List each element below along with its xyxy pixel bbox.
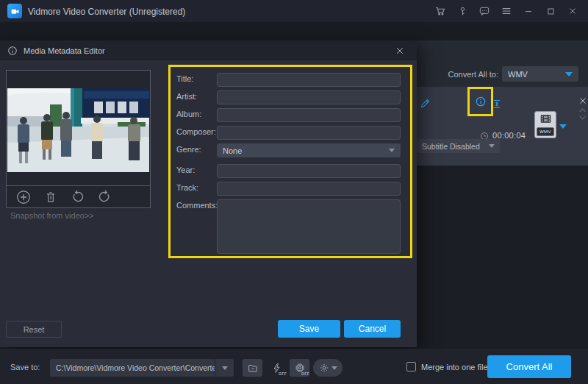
convert-all-to-label: Convert All to:: [412, 70, 498, 79]
window-title: Vidmore Video Converter (Unregistered): [28, 7, 185, 17]
cancel-button[interactable]: Cancel: [344, 320, 401, 338]
artist-input[interactable]: [217, 90, 401, 104]
snapshot-panel: [6, 70, 151, 208]
main-nav: [0, 22, 588, 40]
titlebar-buttons: [429, 0, 584, 22]
track-label: Track:: [176, 183, 216, 192]
badge-format-label: WMV: [537, 127, 554, 136]
undo-icon[interactable]: [70, 189, 85, 205]
feedback-icon[interactable]: [473, 0, 495, 22]
year-label: Year:: [176, 166, 216, 174]
remove-file-icon[interactable]: [578, 96, 587, 105]
maximize-icon[interactable]: [539, 0, 562, 22]
off-label: OFF: [279, 371, 287, 376]
convert-all-button[interactable]: Convert All: [487, 355, 571, 378]
merge-label: Merge into one file: [421, 363, 488, 371]
save-path-value: C:\Vidmore\Vidmore Video Converter\Conve…: [50, 363, 215, 372]
gear-icon: [319, 363, 329, 373]
genre-dropdown[interactable]: None: [217, 143, 401, 157]
dialog-header: Media Metadata Editor: [0, 40, 417, 60]
save-button[interactable]: Save: [278, 320, 340, 338]
output-format-value: WMV: [508, 70, 528, 79]
output-format-dropdown[interactable]: WMV: [502, 66, 578, 82]
filmstrip-icon: [540, 114, 551, 124]
edit-pencil-icon[interactable]: [420, 98, 431, 109]
media-metadata-editor-dialog: Media Metadata Editor: [0, 40, 417, 347]
format-badge-arrow-icon[interactable]: [559, 124, 567, 129]
composer-input[interactable]: [217, 126, 401, 140]
chevron-down-icon: [489, 144, 495, 148]
composer-label: Composer:: [176, 127, 216, 136]
dialog-close-icon[interactable]: [394, 45, 406, 57]
artist-label: Artist:: [176, 92, 216, 101]
save-to-label: Save to:: [10, 363, 40, 371]
path-dropdown-arrow[interactable]: [215, 359, 234, 377]
file-list-empty-area: [417, 166, 588, 349]
key-icon[interactable]: [451, 0, 473, 22]
off-label: OFF: [301, 371, 309, 376]
output-format-badge[interactable]: WMV: [534, 111, 556, 138]
titlebar: Vidmore Video Converter (Unregistered): [0, 0, 588, 22]
cart-icon[interactable]: [429, 0, 451, 22]
delete-icon[interactable]: [43, 190, 58, 205]
close-icon[interactable]: [562, 0, 584, 22]
genre-value: None: [223, 146, 242, 155]
save-path-dropdown[interactable]: C:\Vidmore\Vidmore Video Converter\Conve…: [50, 359, 234, 377]
title-label: Title:: [176, 74, 216, 83]
comments-textarea[interactable]: [217, 199, 401, 254]
add-icon[interactable]: [15, 189, 32, 205]
dialog-title: Media Metadata Editor: [24, 46, 105, 55]
subtitle-value: Subtitle Disabled: [422, 142, 480, 151]
subtitle-dropdown[interactable]: Subtitle Disabled: [417, 139, 500, 153]
info-icon[interactable]: [475, 96, 487, 107]
comments-label: Comments:: [176, 201, 216, 210]
album-input[interactable]: [217, 108, 401, 122]
open-folder-button[interactable]: [243, 359, 262, 377]
app-window: Vidmore Video Converter (Unregistered): [0, 0, 588, 384]
redo-icon[interactable]: [97, 189, 112, 205]
snapshot-toolbar: [7, 185, 150, 207]
album-label: Album:: [176, 110, 216, 118]
snapshot-from-video-link[interactable]: Snapshot from video>>: [10, 211, 94, 220]
minimize-icon[interactable]: [517, 0, 539, 22]
dialog-info-icon: [7, 46, 18, 56]
chevron-down-icon: [565, 72, 573, 77]
genre-label: Genre:: [176, 145, 216, 154]
settings-button[interactable]: [313, 359, 343, 377]
year-input[interactable]: [217, 164, 401, 178]
chevron-down-icon[interactable]: [578, 115, 587, 121]
track-input[interactable]: [217, 182, 401, 196]
chevron-down-icon: [389, 149, 395, 152]
reset-button[interactable]: Reset: [6, 321, 62, 338]
menu-icon[interactable]: [495, 0, 517, 22]
folder-icon: [247, 363, 259, 374]
info-highlight-box: [467, 87, 493, 116]
app-logo-icon: [7, 4, 22, 18]
merge-checkbox[interactable]: [406, 362, 416, 371]
title-input[interactable]: [217, 73, 401, 87]
chevron-down-icon: [331, 366, 337, 370]
hardware-accel-off-button[interactable]: OFF: [290, 359, 309, 377]
video-thumbnail: [7, 88, 149, 172]
chevron-up-icon[interactable]: [578, 107, 587, 113]
compress-icon[interactable]: [492, 99, 502, 110]
high-speed-off-button[interactable]: OFF: [266, 359, 287, 377]
